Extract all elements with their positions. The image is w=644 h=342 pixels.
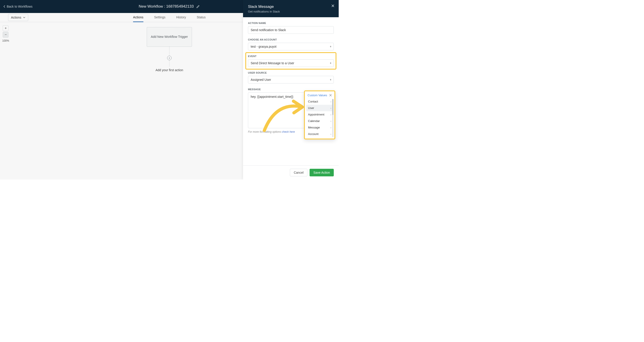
chevron-left-icon bbox=[4, 5, 6, 8]
close-icon bbox=[329, 94, 332, 96]
event-label: EVENT bbox=[248, 55, 334, 57]
popup-item-calendar[interactable]: Calendar› bbox=[306, 118, 333, 124]
event-select[interactable]: Send Direct Message to a User bbox=[248, 59, 334, 67]
chevron-right-icon: › bbox=[330, 133, 331, 135]
workflow-title: New Workflow : 1687854942133 bbox=[139, 4, 194, 9]
add-node-button[interactable]: + bbox=[167, 56, 172, 60]
zoom-out-button[interactable]: − bbox=[3, 32, 8, 38]
select-caret-icon bbox=[330, 62, 331, 64]
select-caret-icon bbox=[330, 79, 331, 81]
user-source-value: Assigned User bbox=[251, 78, 271, 81]
panel-footer: Cancel Save Action bbox=[243, 165, 339, 180]
event-value: Send Direct Message to a User bbox=[251, 61, 294, 65]
header-title-wrap: New Workflow : 1687854942133 bbox=[139, 4, 200, 9]
zoom-in-button[interactable]: + bbox=[3, 25, 8, 31]
add-first-action-label: Add your first action bbox=[156, 68, 183, 72]
popup-close-button[interactable] bbox=[329, 94, 332, 96]
event-highlight: EVENT Send Direct Message to a User bbox=[245, 52, 336, 70]
actions-dropdown[interactable]: Actions bbox=[8, 14, 28, 21]
add-trigger-box[interactable]: Add New Workflow Trigger bbox=[147, 27, 192, 47]
connector-line bbox=[169, 47, 170, 56]
back-to-workflows-link[interactable]: Back to Workflows bbox=[4, 5, 32, 8]
account-value: test - grasya.puyot bbox=[251, 45, 276, 48]
action-name-input[interactable] bbox=[248, 26, 334, 34]
zoom-controls: + − 100% bbox=[2, 25, 9, 42]
chevron-right-icon: › bbox=[330, 107, 331, 109]
popup-scrollbar[interactable] bbox=[332, 99, 334, 137]
chevron-right-icon: › bbox=[330, 100, 331, 103]
panel-header: Slack Message Get notifications in Slack bbox=[243, 0, 339, 17]
popup-item-account[interactable]: Account› bbox=[306, 131, 333, 137]
tab-history[interactable]: History bbox=[176, 13, 186, 22]
panel-title: Slack Message bbox=[248, 4, 334, 9]
popup-item-appointment[interactable]: Appointment› bbox=[306, 111, 333, 118]
tab-status[interactable]: Status bbox=[197, 13, 206, 22]
popup-item-contact[interactable]: Contact› bbox=[306, 98, 333, 105]
cancel-button[interactable]: Cancel bbox=[290, 169, 307, 176]
save-action-button[interactable]: Save Action bbox=[310, 169, 334, 176]
pencil-icon[interactable] bbox=[196, 5, 200, 8]
action-name-group: ACTION NAME bbox=[248, 22, 334, 34]
help-prefix: For more formatting options bbox=[248, 130, 282, 133]
account-label: CHOOSE AN ACCOUNT bbox=[248, 38, 334, 41]
back-label: Back to Workflows bbox=[7, 5, 32, 8]
chevron-right-icon: › bbox=[330, 126, 331, 129]
tab-settings[interactable]: Settings bbox=[154, 13, 166, 22]
panel-subtitle: Get notifications in Slack bbox=[248, 10, 334, 13]
close-icon bbox=[331, 4, 335, 7]
chevron-right-icon: › bbox=[330, 113, 331, 116]
tab-actions[interactable]: Actions bbox=[133, 13, 143, 22]
popup-list: Contact› User› Appointment› Calendar› Me… bbox=[306, 98, 334, 138]
popup-title: Custom Values bbox=[308, 94, 327, 97]
tabs: Actions Settings History Status bbox=[133, 13, 206, 22]
select-caret-icon bbox=[330, 46, 331, 47]
user-source-label: USER SOURCE bbox=[248, 71, 334, 74]
help-link[interactable]: check here bbox=[282, 130, 295, 133]
account-select[interactable]: test - grasya.puyot bbox=[248, 43, 334, 50]
scrollbar-thumb[interactable] bbox=[332, 99, 334, 115]
popup-item-user[interactable]: User› bbox=[306, 105, 333, 111]
popup-item-message[interactable]: Message› bbox=[306, 124, 333, 131]
panel-close-button[interactable] bbox=[331, 4, 335, 7]
connector-line bbox=[169, 60, 170, 66]
popup-header: Custom Values bbox=[306, 92, 334, 98]
account-group: CHOOSE AN ACCOUNT test - grasya.puyot bbox=[248, 38, 334, 50]
event-group: EVENT Send Direct Message to a User bbox=[248, 55, 334, 67]
zoom-level: 100% bbox=[2, 39, 9, 42]
user-source-select[interactable]: Assigned User bbox=[248, 76, 334, 83]
actions-dropdown-label: Actions bbox=[11, 16, 21, 19]
custom-values-popup: Custom Values Contact› User› Appointment… bbox=[304, 90, 335, 139]
user-source-group: USER SOURCE Assigned User bbox=[248, 71, 334, 83]
slack-action-panel: Slack Message Get notifications in Slack… bbox=[243, 0, 339, 180]
chevron-down-icon bbox=[23, 17, 25, 18]
chevron-right-icon: › bbox=[330, 120, 331, 122]
action-name-label: ACTION NAME bbox=[248, 22, 334, 24]
